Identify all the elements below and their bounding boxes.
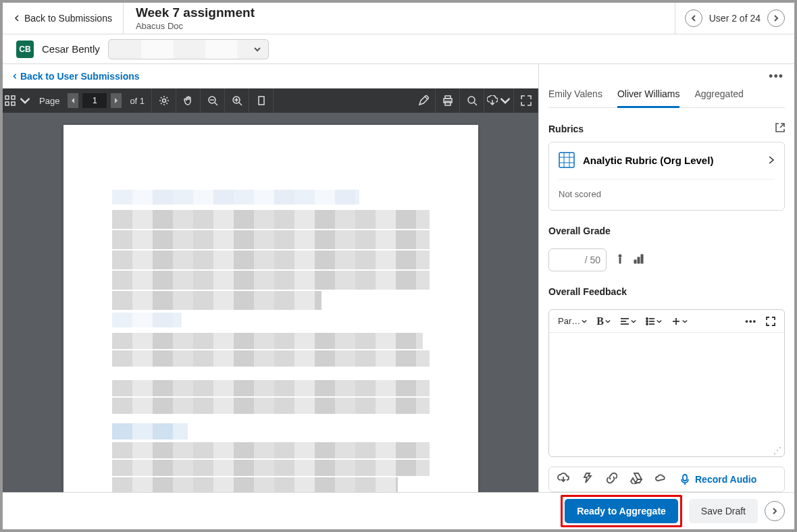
grade-input[interactable]: / 50 [548,248,607,271]
top-header: Back to Submissions Week 7 assignment Ab… [3,3,794,34]
svg-point-33 [646,323,648,325]
page-prev-button[interactable] [68,93,78,108]
footer-next-button[interactable] [765,501,785,521]
editor-body[interactable]: ⋰ [549,333,784,456]
format-label: Par… [558,316,580,326]
bold-button[interactable]: B [592,312,615,331]
feedback-header: Overall Feedback [548,286,785,297]
zoom-in-button[interactable] [225,88,249,113]
feedback-heading: Overall Feedback [548,286,627,297]
editor-toolbar: Par… B ••• [549,310,784,333]
fit-page-button[interactable] [249,88,274,113]
main-area: Back to User Submissions Page of 1 [3,64,794,492]
rubric-expand-button[interactable]: Analytic Rubric (Org Level) [559,152,775,168]
svg-rect-15 [445,101,451,105]
svg-point-4 [162,99,165,103]
record-audio-button[interactable]: Record Audio [679,473,756,485]
chevron-right-icon [768,155,775,165]
back-to-user-submissions-link[interactable]: Back to User Submissions [3,64,538,88]
fullscreen-button[interactable] [514,88,538,113]
tab-oliver[interactable]: Oliver Williams [617,83,680,108]
tab-emily[interactable]: Emily Valens [548,83,602,107]
chevron-down-icon [500,95,511,106]
search-button[interactable] [460,88,484,113]
ready-to-aggregate-button[interactable]: Ready to Aggregate [565,499,678,523]
align-button[interactable] [615,312,641,331]
link-button[interactable] [606,472,618,487]
grade-info-button[interactable] [615,253,625,267]
zoom-out-button[interactable] [201,88,225,113]
left-panel: Back to User Submissions Page of 1 [3,64,539,492]
prev-user-button[interactable] [685,9,702,27]
svg-rect-26 [638,257,640,263]
rubrics-popout-button[interactable] [775,123,785,135]
page-title: Week 7 assignment [136,5,663,20]
student-name: Cesar Bently [42,43,100,55]
annotate-button[interactable] [411,88,436,113]
rubrics-heading: Rubrics [548,124,584,134]
upload-cloud-button[interactable] [557,472,569,487]
record-audio-label: Record Audio [695,474,756,485]
format-dropdown[interactable]: Par… [553,312,592,331]
save-draft-button[interactable]: Save Draft [689,499,758,523]
resize-handle-icon[interactable]: ⋰ [773,446,781,455]
grade-row: / 50 [548,248,785,271]
svg-point-16 [468,97,475,103]
svg-rect-25 [634,260,636,263]
svg-point-31 [646,318,648,319]
student-bar: CB Cesar Bently [3,34,794,64]
svg-point-32 [646,321,648,322]
next-user-button[interactable] [767,9,785,27]
svg-rect-18 [559,153,574,167]
page-next-button[interactable] [111,93,122,108]
thumbnails-menu-button[interactable] [18,88,32,113]
user-position-label: User 2 of 24 [709,13,761,24]
page-label: Page [35,96,63,106]
rubrics-header: Rubrics [548,123,785,135]
list-button[interactable] [641,312,667,331]
svg-rect-3 [11,102,15,105]
svg-line-17 [474,103,477,105]
back-label: Back to Submissions [24,13,112,24]
quicklink-button[interactable] [582,472,594,487]
back-to-submissions-link[interactable]: Back to Submissions [3,3,124,34]
page-input[interactable] [82,93,107,108]
download-button[interactable] [484,88,514,113]
microphone-icon [679,473,691,485]
settings-button[interactable] [152,88,176,113]
rubric-card: Analytic Rubric (Org Level) Not scored [548,142,785,211]
svg-rect-24 [619,258,621,263]
page-nav: Page of 1 [32,88,152,113]
grade-stats-button[interactable] [634,253,644,267]
doc-toolbar: Page of 1 [3,88,538,113]
right-panel: ••• Emily Valens Oliver Williams Aggrega… [539,64,794,492]
submission-dropdown[interactable] [108,39,269,59]
editor-more-button[interactable]: ••• [740,312,761,331]
svg-line-6 [215,103,217,105]
rubric-status: Not scored [559,179,775,199]
svg-rect-39 [683,475,687,481]
svg-line-9 [239,103,242,105]
doc-canvas[interactable] [3,113,538,492]
grade-header: Overall Grade [548,225,785,236]
chevron-left-icon [12,73,18,80]
editor-fullscreen-button[interactable] [761,312,780,331]
evaluator-tabs: Emily Valens Oliver Williams Aggregated [548,83,785,108]
footer: Ready to Aggregate Save Draft [3,492,794,529]
grade-suffix: / 50 [585,255,600,265]
print-button[interactable] [436,88,460,113]
more-actions-button[interactable]: ••• [769,70,783,84]
chevron-left-icon [14,15,20,22]
thumbnails-button[interactable] [3,88,18,113]
attachment-bar: Record Audio [548,467,785,492]
svg-rect-2 [5,102,9,105]
highlight-annotation: Ready to Aggregate [561,495,682,527]
insert-button[interactable] [667,312,692,331]
chevron-down-icon [253,45,261,53]
onedrive-button[interactable] [654,472,667,487]
svg-rect-27 [641,255,643,263]
pan-button[interactable] [176,88,201,113]
google-drive-button[interactable] [630,472,642,487]
tab-aggregated[interactable]: Aggregated [694,83,743,107]
svg-rect-0 [5,96,9,99]
